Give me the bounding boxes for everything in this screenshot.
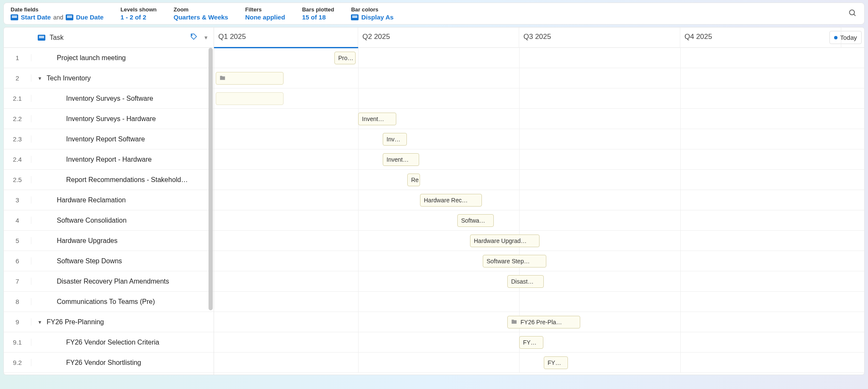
task-row[interactable]: 5▼Hardware Upgrades	[4, 231, 214, 251]
date-fields-group[interactable]: Date fields Start Date and Due Date	[11, 6, 103, 21]
task-row[interactable]: 1▼Project launch meeting	[4, 48, 214, 68]
task-row[interactable]: 9.2▼FY26 Vendor Shortlisting	[4, 353, 214, 373]
grid-line	[519, 109, 520, 129]
task-row[interactable]: 9▼FY26 Pre-Planning	[4, 312, 214, 332]
filters-group[interactable]: Filters None applied	[245, 6, 285, 21]
levels-label: Levels shown	[120, 6, 156, 13]
grid-line	[680, 88, 681, 108]
grid-line	[519, 129, 520, 149]
grid-line	[358, 271, 359, 291]
search-icon[interactable]	[848, 8, 857, 19]
gantt-bar[interactable]: Hardware Rec…	[420, 194, 482, 207]
row-expander[interactable]: ▼	[35, 320, 45, 325]
quarter-header: Q4 2025	[680, 28, 841, 48]
task-name: FY26 Pre-Planning	[45, 318, 104, 326]
zoom-value[interactable]: Quarters & Weeks	[174, 14, 228, 21]
gantt-bar[interactable]: Invent…	[358, 113, 396, 125]
gantt-bar-label: Softwa…	[461, 217, 485, 224]
task-row[interactable]: 3▼Hardware Reclamation	[4, 190, 214, 210]
row-number: 4	[4, 217, 31, 224]
row-number: 1	[4, 54, 31, 61]
row-number: 9.2	[4, 359, 31, 366]
grid-line	[680, 312, 681, 332]
gantt-bar-label: Disast…	[511, 278, 534, 285]
task-cell: ▼Software Step Downs	[31, 257, 214, 265]
zoom-group[interactable]: Zoom Quarters & Weeks	[174, 6, 228, 21]
gantt-bar[interactable]: Disast…	[507, 275, 544, 288]
task-cell: ▼Hardware Upgrades	[31, 237, 214, 245]
gantt-bar-label: Pro…	[338, 55, 353, 61]
grid-line	[358, 68, 359, 88]
grid-line	[358, 170, 359, 190]
task-name: Disaster Recovery Plan Amendments	[45, 278, 169, 285]
grid-line	[680, 129, 681, 149]
task-row[interactable]: 6▼Software Step Downs	[4, 251, 214, 271]
quarter-header: Q2 2025	[358, 28, 519, 48]
scrollbar-thumb[interactable]	[209, 48, 213, 310]
task-row[interactable]: 2.4▼Inventory Report - Hardware	[4, 149, 214, 170]
date-join: and	[53, 14, 63, 21]
levels-value[interactable]: 1 - 2 of 2	[120, 14, 156, 21]
task-row[interactable]: 2.3▼Inventory Report Software	[4, 129, 214, 149]
task-row[interactable]: 2▼Tech Inventory	[4, 68, 214, 88]
gantt-bar[interactable]: Pro…	[334, 52, 356, 64]
task-cell: ▼Inventory Surveys - Hardware	[31, 115, 214, 123]
today-label: Today	[840, 34, 857, 41]
filters-value[interactable]: None applied	[245, 14, 285, 21]
gantt-bar-label: FY26 Pre-Pla…	[520, 319, 562, 326]
gantt-row: Inv…	[214, 129, 864, 149]
gantt-bar[interactable]: Softwa…	[457, 214, 494, 227]
grid-line	[680, 149, 681, 169]
gantt-row: FY…	[214, 332, 864, 353]
task-row[interactable]: 7▼Disaster Recovery Plan Amendments	[4, 271, 214, 292]
task-name: Report Recommendations - Stakehold…	[54, 176, 188, 184]
gantt-toolbar: Date fields Start Date and Due Date Leve…	[3, 3, 865, 25]
gantt-bar[interactable]: Inv…	[383, 133, 407, 146]
bars-group[interactable]: Bars plotted 15 of 18	[302, 6, 334, 21]
task-row[interactable]: 2.1▼Inventory Surveys - Software	[4, 88, 214, 109]
task-row[interactable]: 4▼Software Consolidation	[4, 210, 214, 231]
due-date-field[interactable]: Due Date	[76, 14, 103, 21]
gantt-bar[interactable]	[216, 92, 284, 105]
gantt-bar-label: Invent…	[387, 156, 409, 163]
row-number: 7	[4, 278, 31, 285]
gantt-bar[interactable]: FY26 Pre-Pla…	[507, 316, 580, 328]
task-name: Inventory Report Software	[54, 135, 145, 143]
gantt-bar-label: Hardware Rec…	[424, 197, 467, 204]
gantt-row: Re	[214, 170, 864, 190]
chevron-down-icon[interactable]: ▼	[203, 35, 209, 41]
gantt-bar[interactable]: FY…	[544, 356, 568, 369]
gantt-bar-label: FY…	[548, 359, 561, 366]
gantt-bar[interactable]: FY…	[519, 336, 543, 349]
gantt-bar[interactable]	[216, 72, 284, 85]
tag-icon[interactable]	[190, 33, 198, 42]
gantt-bar[interactable]: Software Step…	[483, 255, 546, 268]
bar-colors-value[interactable]: Display As	[361, 14, 393, 21]
task-row[interactable]: 8▼Communications To Teams (Pre)	[4, 292, 214, 312]
grid-line	[519, 210, 520, 230]
task-row[interactable]: 9.1▼FY26 Vendor Selection Criteria	[4, 332, 214, 353]
task-row[interactable]: 2.2▼Inventory Surveys - Hardware	[4, 109, 214, 129]
gantt-bar[interactable]: Hardware Upgrad…	[470, 235, 540, 247]
gantt-bar[interactable]: Re	[407, 174, 420, 186]
bars-value[interactable]: 15 of 18	[302, 14, 334, 21]
grid-line	[358, 129, 359, 149]
row-expander[interactable]: ▼	[35, 76, 45, 81]
gantt-bar[interactable]: Invent…	[383, 153, 419, 166]
gantt-row: Hardware Upgrad…	[214, 231, 864, 251]
bar-colors-label: Bar colors	[351, 6, 393, 13]
color-icon	[351, 14, 359, 20]
levels-group[interactable]: Levels shown 1 - 2 of 2	[120, 6, 156, 21]
grid-line	[519, 170, 520, 190]
task-name: Communications To Teams (Pre)	[45, 298, 155, 306]
start-date-field[interactable]: Start Date	[21, 14, 51, 21]
gantt-row: Pro…	[214, 48, 864, 68]
row-number: 2.2	[4, 115, 31, 122]
grid-line	[519, 353, 520, 372]
task-row[interactable]: 2.5▼Report Recommendations - Stakehold…	[4, 170, 214, 190]
bar-colors-group[interactable]: Bar colors Display As	[351, 6, 393, 21]
task-cell: ▼FY26 Pre-Planning	[31, 318, 214, 326]
gantt-row: Disast…	[214, 271, 864, 292]
grid-line	[358, 251, 359, 271]
task-name: Project launch meeting	[45, 54, 126, 62]
